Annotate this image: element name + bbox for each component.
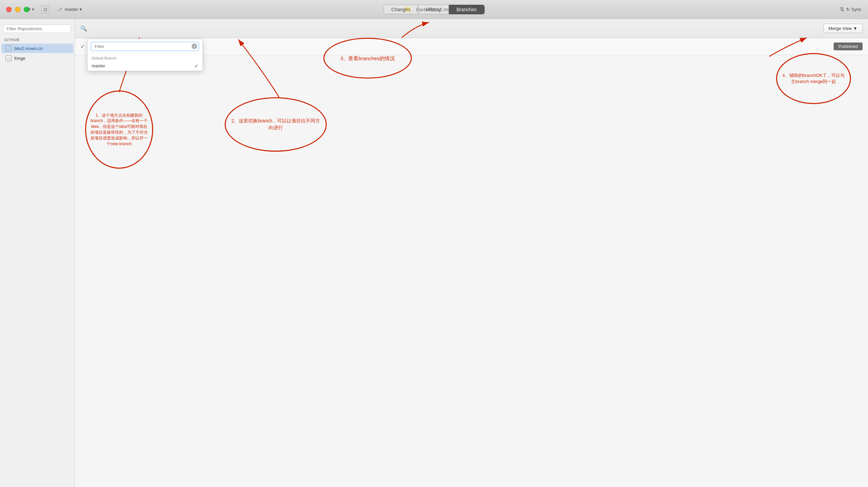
branch-item-name: master bbox=[92, 63, 105, 68]
annotation-layer: 1、这个地方点击创建新的branch，适用条件——你有一个idea，但是这个id… bbox=[75, 19, 868, 487]
content-toolbar: 🔍 ✕ Default Branch master ✓ Merge bbox=[75, 19, 868, 38]
published-badge: Published bbox=[834, 43, 863, 50]
sidebar-item-label-bbs2: bbs2.mowo.cn bbox=[14, 46, 43, 51]
sidebar-item-fringe[interactable]: □ fringe bbox=[1, 53, 73, 63]
branch-filter-clear-button[interactable]: ✕ bbox=[192, 44, 197, 49]
close-button[interactable] bbox=[6, 7, 12, 12]
titlebar-right-actions: ⇅ ↻ Sync bbox=[840, 6, 861, 13]
minimize-button[interactable] bbox=[15, 7, 20, 12]
current-branch-checkmark: ✓ bbox=[80, 43, 85, 50]
window-controls bbox=[6, 7, 29, 12]
branch-filter-wrap: ✕ bbox=[87, 39, 203, 54]
filter-repos-wrap bbox=[0, 22, 75, 35]
content-area: 🔍 ✕ Default Branch master ✓ Merge bbox=[75, 19, 868, 487]
pull-push-icon: ⇅ bbox=[840, 6, 844, 13]
branch-filter-input[interactable] bbox=[91, 42, 199, 51]
github-section-label: GitHub bbox=[0, 35, 75, 43]
titlebar-left-actions: + ▾ | ⊡ | ⎇ master ▾ bbox=[27, 5, 82, 13]
branch-selector-button[interactable]: master ▾ bbox=[65, 7, 82, 12]
annotation-note4: 4、辅助的branchOK了，可以与主branch merge到一起 bbox=[776, 53, 851, 104]
sidebar: GitHub □ bbs2.mowo.cn □ fringe bbox=[0, 19, 75, 487]
branch-item-master[interactable]: master ✓ bbox=[87, 61, 203, 71]
sidebar-item-bbs2[interactable]: □ bbs2.mowo.cn bbox=[1, 44, 73, 53]
annotation-note2: 2、这里切换branch，可以让项目往不同方向进行 bbox=[225, 97, 327, 152]
add-button[interactable]: + ▾ bbox=[27, 5, 34, 13]
main-layout: GitHub □ bbs2.mowo.cn □ fringe 🔍 bbox=[0, 19, 868, 487]
plus-icon: + bbox=[27, 5, 31, 13]
search-button[interactable]: 🔍 bbox=[80, 25, 87, 32]
sync-icon: ↻ bbox=[846, 7, 850, 12]
sync-label: Sync bbox=[851, 7, 861, 12]
titlebar: + ▾ | ⊡ | ⎇ master ▾ 📁 bw4uf/bbs2.mowo.c… bbox=[0, 0, 868, 19]
branch-selected-checkmark: ✓ bbox=[194, 63, 198, 69]
tab-branches[interactable]: Branches bbox=[449, 5, 484, 14]
sync-button[interactable]: ↻ Sync bbox=[846, 7, 861, 12]
dropdown-arrow-icon: ▾ bbox=[32, 7, 34, 12]
divider2: | bbox=[52, 6, 54, 13]
merge-view-label: Merge View ▼ bbox=[829, 26, 857, 31]
sidebar-icon: ⊡ bbox=[44, 7, 47, 12]
sidebar-item-label-fringe: fringe bbox=[14, 56, 26, 61]
repo-icon-bbs2: □ bbox=[5, 45, 12, 51]
divider: | bbox=[37, 6, 39, 13]
filter-repos-input[interactable] bbox=[3, 24, 71, 33]
branch-dropdown-panel: ✕ Default Branch master ✓ bbox=[87, 39, 203, 71]
branch-icon: ⎇ bbox=[57, 7, 62, 12]
search-icon: 🔍 bbox=[80, 26, 87, 31]
merge-view-button[interactable]: Merge View ▼ bbox=[823, 24, 863, 33]
default-branch-label: Default Branch bbox=[87, 54, 203, 61]
repo-icon-fringe: □ bbox=[5, 55, 12, 61]
nav-tabs: Changes History Branches bbox=[384, 5, 485, 14]
tab-changes[interactable]: Changes bbox=[384, 5, 418, 14]
branch-name-label: master bbox=[65, 7, 78, 12]
annotation-note1: 1、这个地方点击创建新的branch，适用条件——你有一个idea，但是这个id… bbox=[85, 90, 153, 169]
branch-dropdown-icon: ▾ bbox=[80, 7, 82, 12]
sidebar-toggle-button[interactable]: ⊡ bbox=[41, 5, 50, 13]
tab-history[interactable]: History bbox=[418, 5, 449, 14]
